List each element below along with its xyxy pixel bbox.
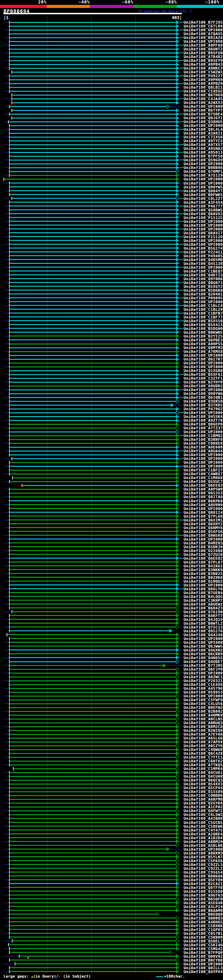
alignment-bar[interactable] (10, 133, 176, 134)
alignment-bar[interactable] (10, 542, 176, 543)
alignment-bar[interactable] (10, 527, 176, 528)
alignment-bar[interactable] (10, 906, 176, 907)
alignment-bar[interactable] (13, 611, 176, 612)
alignment-bar[interactable] (10, 657, 176, 658)
alignment-bar[interactable] (8, 634, 176, 635)
alignment-bar[interactable] (10, 26, 176, 27)
alignment-bar[interactable] (10, 129, 176, 130)
alignment-bar[interactable] (13, 99, 176, 99)
alignment-bar[interactable] (10, 967, 176, 968)
alignment-bar[interactable] (10, 336, 176, 337)
alignment-bar[interactable] (10, 114, 176, 115)
alignment-bar[interactable] (9, 944, 176, 945)
alignment-bar[interactable] (10, 550, 176, 551)
alignment-bar[interactable] (13, 72, 176, 73)
alignment-bar[interactable] (10, 500, 176, 501)
alignment-bar[interactable] (10, 860, 176, 861)
hit-label[interactable]: UniRef100_UPI000.. (184, 848, 223, 851)
alignment-bar[interactable] (10, 715, 176, 716)
alignment-bar[interactable] (10, 868, 176, 869)
hit-label[interactable]: UniRef100_B6KPK0 (184, 499, 223, 503)
alignment-bar[interactable] (10, 803, 176, 804)
alignment-bar[interactable] (10, 393, 176, 394)
alignment-bar[interactable] (10, 167, 176, 168)
alignment-bar[interactable] (10, 274, 176, 275)
alignment-bar[interactable] (10, 144, 176, 145)
alignment-bar[interactable] (10, 248, 176, 248)
alignment-bar[interactable] (10, 535, 176, 536)
alignment-bar[interactable] (10, 856, 176, 857)
alignment-bar[interactable] (10, 228, 176, 229)
alignment-bar[interactable] (10, 788, 176, 788)
alignment-bar[interactable] (10, 466, 176, 467)
alignment-bar[interactable] (10, 822, 176, 823)
alignment-bar[interactable] (10, 512, 176, 513)
alignment-bar[interactable] (10, 424, 176, 425)
alignment-bar[interactable] (10, 829, 176, 830)
alignment-bar[interactable] (10, 332, 176, 333)
hit-label[interactable]: UniRef100_P15125 (184, 216, 223, 220)
alignment-bar[interactable] (10, 378, 176, 379)
alignment-bar[interactable] (10, 623, 176, 624)
hit-label[interactable]: UniRef100_P46777 (184, 204, 223, 208)
hit-label[interactable]: UniRef100_C9ZZL3 (184, 863, 223, 867)
alignment-bar[interactable] (10, 355, 176, 356)
hit-label[interactable]: UniRef100_UPI000.. (184, 228, 223, 231)
alignment-bar[interactable] (10, 22, 176, 23)
alignment-bar[interactable] (10, 232, 176, 233)
alignment-bar[interactable] (10, 519, 176, 520)
alignment-bar[interactable] (10, 125, 176, 126)
alignment-bar[interactable] (10, 711, 176, 712)
alignment-bar[interactable] (13, 102, 176, 103)
alignment-bar[interactable] (10, 217, 176, 218)
alignment-bar[interactable] (10, 734, 176, 735)
alignment-bar[interactable] (10, 175, 176, 176)
alignment-bar[interactable] (10, 630, 169, 631)
alignment-bar[interactable] (10, 41, 176, 42)
alignment-bar[interactable] (10, 409, 176, 409)
alignment-bar[interactable] (10, 382, 176, 383)
alignment-bar[interactable] (10, 696, 176, 697)
alignment-bar[interactable] (10, 669, 176, 670)
alignment-bar[interactable] (10, 481, 176, 482)
alignment-bar[interactable] (10, 385, 176, 387)
alignment-bar[interactable] (10, 849, 167, 850)
alignment-bar[interactable] (10, 267, 176, 268)
alignment-bar[interactable] (10, 209, 176, 210)
hit-label[interactable]: UniRef100_Q90YW5 (184, 185, 223, 189)
alignment-bar[interactable] (10, 577, 176, 578)
alignment-bar[interactable] (10, 504, 176, 505)
hit-label[interactable]: UniRef100_A8U9N9 (184, 503, 223, 507)
alignment-bar[interactable] (10, 91, 176, 92)
hit-label[interactable]: UniRef100_C5GCB5 (184, 821, 223, 825)
hit-label[interactable]: UniRef100_Q9W5R8 (184, 534, 223, 538)
alignment-bar[interactable] (10, 183, 176, 183)
alignment-bar[interactable] (10, 64, 176, 65)
hit-label[interactable]: UniRef100_Q7PL68 (184, 514, 223, 518)
alignment-bar[interactable] (10, 818, 176, 819)
alignment-bar[interactable] (10, 347, 176, 348)
hit-label[interactable]: UniRef100_B0FWK5 (184, 193, 223, 197)
alignment-bar[interactable] (10, 692, 176, 693)
alignment-bar[interactable] (10, 301, 176, 302)
alignment-bar[interactable] (10, 665, 163, 666)
alignment-bar[interactable] (10, 366, 176, 368)
alignment-bar[interactable] (10, 397, 176, 398)
alignment-bar[interactable] (10, 738, 176, 739)
alignment-bar[interactable] (10, 780, 176, 781)
alignment-bar[interactable] (10, 898, 176, 899)
hit-label[interactable]: UniRef100_A5DLB6 (184, 844, 223, 848)
alignment-bar[interactable] (10, 726, 176, 727)
alignment-bar[interactable] (10, 661, 176, 662)
alignment-bar[interactable] (10, 255, 176, 256)
alignment-bar[interactable] (10, 948, 176, 949)
alignment-bar[interactable] (9, 121, 176, 123)
alignment-bar[interactable] (5, 179, 176, 180)
alignment-bar[interactable] (10, 753, 176, 754)
hit-label[interactable]: UniRef100_O22608 (184, 549, 223, 553)
alignment-bar[interactable] (10, 596, 176, 597)
alignment-bar[interactable] (10, 317, 176, 317)
alignment-bar[interactable] (10, 841, 176, 842)
hit-label[interactable]: UniRef100_Q6NMY6 (184, 526, 223, 530)
alignment-bar[interactable] (10, 646, 176, 647)
